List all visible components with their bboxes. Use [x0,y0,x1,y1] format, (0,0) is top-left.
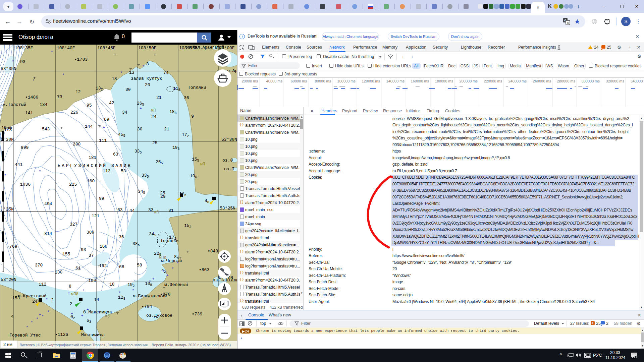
svg-text:36: 36 [119,235,124,240]
svg-text:▪1486: ▪1486 [25,95,38,100]
svg-text:160: 160 [87,179,95,184]
svg-text:160000 ms: 160000 ms [411,79,429,83]
svg-text:20: 20 [145,82,150,87]
svg-text:*: * [36,317,39,322]
svg-text:залив Култук: залив Култук [131,76,162,81]
svg-text:18: 18 [112,76,117,81]
svg-text:21: 21 [164,127,169,132]
svg-text:99: 99 [99,196,104,201]
svg-text:Листовка | © Веб-картографичес: Листовка | © Веб-картографический сервис… [19,343,148,347]
svg-text:260000 ms: 260000 ms [533,79,551,83]
svg-text:+: + [47,309,50,313]
svg-text:111: 111 [99,138,107,143]
svg-text:100000 ms: 100000 ms [337,79,356,83]
svg-text:36: 36 [184,96,189,101]
svg-text:*: * [26,325,29,330]
svg-text:▪1126: ▪1126 [55,332,68,337]
svg-text:93: 93 [20,59,25,64]
svg-text:*: * [4,173,7,178]
svg-text:200000 ms: 200000 ms [460,79,478,83]
svg-text:74: 74 [163,70,169,75]
svg-text:29: 29 [160,194,166,199]
svg-text:+: + [71,312,73,316]
svg-text:144: 144 [85,124,93,129]
svg-text:21: 21 [156,95,162,100]
svg-text:+: + [87,308,89,312]
svg-text:*: * [45,297,48,302]
svg-text:м.Зеленый: м.Зеленый [164,282,188,287]
svg-text:*: * [41,314,44,319]
svg-text:34: 34 [122,110,127,115]
svg-text:30: 30 [125,87,131,92]
svg-text:280000 ms: 280000 ms [557,79,576,83]
svg-text:58: 58 [137,263,142,268]
svg-text:мП: мП [154,210,159,215]
svg-text:Горевой Утес: Горевой Утес [9,333,41,338]
svg-text:120000 ms: 120000 ms [362,79,380,83]
svg-text:108°35E: 108°35E [15,46,33,51]
svg-text:100: 100 [88,278,96,283]
svg-text:+: + [83,288,85,292]
svg-text:2: 2 [51,298,54,303]
svg-text:мПК: мПК [159,255,166,260]
svg-text:+: + [32,78,35,82]
svg-text:Версия Folio. январь 2020 г. (: Версия Folio. январь 2020 г. (на основе … [152,343,231,347]
svg-text:441: 441 [15,162,23,167]
svg-text:*: * [142,64,145,69]
svg-text:25: 25 [152,140,158,145]
svg-text:▪794: ▪794 [142,304,152,309]
svg-text:108°40E: 108°40E [57,46,75,51]
svg-text:108°50E: 108°50E [138,46,157,51]
svg-text:134: 134 [40,102,48,107]
svg-text:8: 8 [146,62,149,67]
svg-text:181: 181 [89,155,97,160]
svg-text:13: 13 [129,70,135,75]
svg-text:▪843: ▪843 [208,249,218,254]
svg-text:*: * [118,291,121,296]
svg-text:33: 33 [148,207,154,213]
svg-text:543: 543 [42,127,50,132]
svg-text:494: 494 [44,201,52,206]
svg-text:42: 42 [109,101,114,106]
svg-text:*: * [162,269,165,274]
svg-text:2: 2 [70,301,72,306]
svg-text:69: 69 [104,117,109,122]
svg-text:*: * [149,280,151,285]
svg-text:18: 18 [109,282,115,287]
svg-text:+: + [103,126,105,130]
svg-text:37: 37 [89,253,94,258]
svg-text:226: 226 [70,110,78,115]
svg-text:+: + [81,314,84,318]
svg-text:+: + [166,274,169,278]
svg-text:*: * [171,266,174,272]
svg-text:мП: мП [151,108,156,113]
svg-text:Максимиха: Максимиха [81,333,105,338]
svg-text:мП: мП [200,162,205,167]
svg-text:*: * [176,261,179,266]
svg-text:*: * [39,169,41,174]
svg-text:340000 ms: 340000 ms [631,79,644,83]
svg-text:8: 8 [69,284,71,289]
svg-text:300000 ms: 300000 ms [582,79,600,83]
svg-text:1036: 1036 [20,182,31,187]
svg-text:899: 899 [21,145,29,150]
svg-text:112: 112 [39,282,46,287]
svg-text:220000 ms: 220000 ms [484,79,502,83]
svg-text:10nm: 10nm [1,125,12,130]
svg-text:155: 155 [62,252,70,257]
svg-text:мПИ: мПИ [71,292,78,297]
svg-text:оз.Духовое: оз.Духовое [146,313,172,318]
svg-text:Топляки: Топляки [160,238,179,243]
svg-text:+: + [152,277,155,281]
svg-text:*: * [31,320,33,325]
svg-text:+: + [68,291,70,295]
svg-text:327: 327 [70,222,77,227]
svg-text:53°35N: 53°35N [1,66,16,71]
svg-text:160: 160 [100,244,107,249]
svg-text:280: 280 [73,142,80,147]
svg-text:БАРГУЗИНСКИЙ ЗАЛИВ: БАРГУЗИНСКИЙ ЗАЛИВ [58,163,132,168]
svg-text:▪739: ▪739 [192,312,202,317]
svg-text:▪863: ▪863 [199,267,209,273]
svg-text:*: * [132,288,135,293]
svg-text:+: + [39,313,41,317]
